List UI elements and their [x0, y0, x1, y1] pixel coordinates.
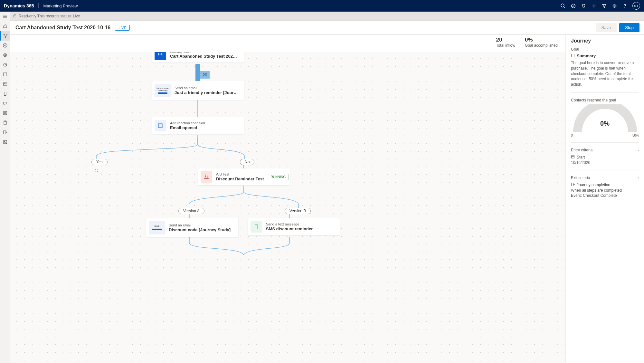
- page-header: Cart Abandoned Study Test 2020-10-16 LIV…: [0, 21, 644, 35]
- svg-rect-29: [14, 15, 16, 17]
- global-nav: Dynamics 365 Marketing Preview MT: [0, 0, 644, 12]
- brand[interactable]: Dynamics 365: [4, 3, 39, 8]
- user-avatar[interactable]: MT: [632, 2, 640, 10]
- hamburger-icon[interactable]: [0, 12, 10, 21]
- filter-icon[interactable]: [599, 0, 609, 12]
- svg-point-2: [571, 4, 575, 8]
- gear-icon[interactable]: [609, 0, 620, 12]
- svg-point-10: [4, 34, 5, 35]
- module-name[interactable]: Marketing Preview: [43, 4, 78, 8]
- svg-point-6: [624, 7, 625, 7]
- search-icon[interactable]: [558, 0, 568, 12]
- status-badge: LIVE: [115, 25, 130, 31]
- svg-point-0: [561, 4, 564, 7]
- svg-line-1: [564, 7, 565, 8]
- svg-point-5: [614, 5, 615, 7]
- lock-icon: [13, 14, 17, 18]
- readonly-ribbon: Read-only This record's status: Live: [0, 12, 644, 21]
- page-title: Cart Abandoned Study Test 2020-10-16: [15, 25, 110, 31]
- stop-button[interactable]: Stop: [619, 23, 639, 32]
- save-button: Save: [596, 23, 617, 32]
- left-nav-rail: [0, 12, 10, 35]
- nav-home-icon[interactable]: [0, 21, 10, 31]
- readonly-text: Read-only This record's status: Live: [19, 14, 80, 18]
- svg-point-11: [6, 34, 7, 35]
- help-icon[interactable]: [620, 0, 630, 12]
- add-icon[interactable]: [589, 0, 599, 12]
- lightbulb-icon[interactable]: [578, 0, 589, 12]
- nav-journeys-icon[interactable]: [0, 31, 10, 35]
- task-check-icon[interactable]: [568, 0, 578, 12]
